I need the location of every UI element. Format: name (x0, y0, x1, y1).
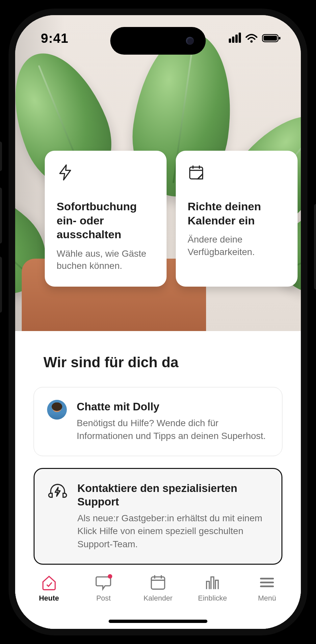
tab-label: Einblicke (198, 594, 227, 603)
headset-bolt-icon (48, 481, 68, 502)
home-indicator[interactable] (109, 620, 207, 623)
help-card-chat-dolly[interactable]: Chatte mit Dolly Benötigst du Hilfe? Wen… (34, 387, 282, 456)
tab-kalender[interactable]: Kalender (131, 574, 185, 603)
cellular-icon (228, 33, 241, 44)
tab-heute[interactable]: Heute (22, 574, 76, 603)
svg-rect-3 (279, 37, 280, 39)
avatar (47, 400, 67, 420)
phone-frame: 9:41 (0, 0, 316, 644)
menu-icon (258, 574, 276, 591)
card-instant-book[interactable]: Sofortbuchung ein- oder ausschalten Wähl… (45, 151, 167, 287)
svg-rect-2 (264, 36, 277, 41)
card-setup-calendar[interactable]: Richte deinen Kalender ein Ändere deine … (176, 151, 298, 287)
tab-menue[interactable]: Menü (240, 574, 294, 603)
side-button (314, 204, 316, 290)
help-subtitle: Als neue:r Gastgeber:in erhältst du mit … (77, 512, 268, 551)
card-title: Sofortbuchung ein- oder ausschalten (57, 199, 155, 242)
phone-bezel: 9:41 (9, 9, 307, 635)
tab-label: Menü (258, 594, 276, 603)
battery-icon (262, 34, 281, 43)
hero-image: Sofortbuchung ein- oder ausschalten Wähl… (15, 15, 301, 331)
side-button (0, 257, 2, 313)
help-subtitle: Benötigst du Hilfe? Wende dich für Infor… (77, 417, 269, 442)
status-icons (228, 33, 281, 44)
tab-label: Post (96, 594, 111, 603)
card-subtitle: Ändere deine Verfügbarkeiten. (188, 233, 286, 258)
tab-label: Heute (39, 594, 59, 603)
side-button (0, 188, 2, 244)
svg-point-0 (250, 40, 253, 43)
help-title: Chatte mit Dolly (77, 400, 269, 413)
card-title: Richte deinen Kalender ein (188, 199, 286, 227)
calendar-icon (149, 574, 167, 591)
chat-icon (94, 574, 112, 591)
tab-einblicke[interactable]: Einblicke (185, 574, 240, 603)
bars-icon (204, 574, 222, 591)
card-subtitle: Wähle aus, wie Gäste buchen können. (57, 247, 155, 272)
home-check-icon (40, 574, 58, 591)
svg-point-6 (108, 574, 113, 579)
section-title: Wir sind für dich da (43, 354, 273, 371)
tab-label: Kalender (144, 594, 172, 603)
tab-post[interactable]: Post (76, 574, 131, 603)
action-card-row[interactable]: Sofortbuchung ein- oder ausschalten Wähl… (45, 151, 301, 290)
calendar-icon (188, 164, 286, 187)
help-card-specialized-support[interactable]: Kontaktiere den spezialisierten Support … (34, 468, 282, 565)
side-button (0, 142, 2, 171)
screen: 9:41 (15, 15, 301, 629)
status-time: 9:41 (41, 31, 68, 46)
dynamic-island (110, 27, 206, 55)
wifi-icon (245, 33, 258, 43)
svg-rect-7 (151, 577, 165, 589)
bolt-icon (57, 164, 155, 187)
help-title: Kontaktiere den spezialisierten Support (77, 481, 268, 509)
